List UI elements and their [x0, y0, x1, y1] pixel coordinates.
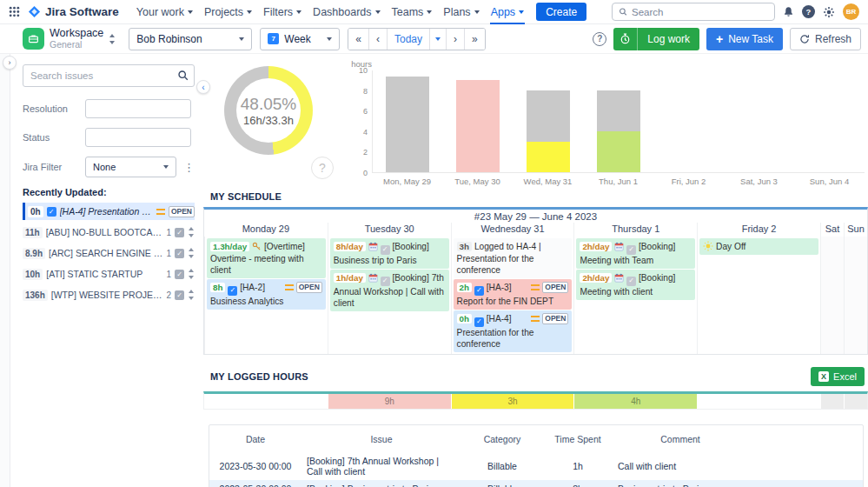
timer-icon[interactable] — [613, 28, 638, 50]
day-column-tuesday: 8h/day ✓ [Booking] Business trip to Pari… — [328, 237, 451, 354]
day-column-saturday — [820, 237, 844, 354]
log-work-button[interactable]: Log work — [613, 28, 699, 50]
create-button[interactable]: Create — [536, 3, 586, 21]
prev-week-button[interactable]: ‹ — [368, 29, 387, 50]
left-rail: › — [0, 54, 10, 487]
nav-item-apps[interactable]: Apps — [488, 0, 527, 24]
status-input[interactable] — [85, 128, 191, 147]
nav-item-plans[interactable]: Plans — [441, 0, 481, 24]
app-switcher-icon[interactable] — [9, 6, 20, 17]
brand-name: Jira Software — [45, 5, 119, 18]
checkbox-icon: ✓ — [381, 245, 390, 255]
sort-arrows-icon[interactable] — [188, 248, 195, 258]
collapse-sidebar-button[interactable]: ‹ — [196, 80, 210, 94]
bar-segment-billable-red — [456, 80, 500, 172]
y-tick: 8 — [363, 87, 368, 96]
schedule-card-logged[interactable]: 3h Logged to HA-4 | Presentation for the… — [454, 238, 573, 278]
nav-item-teams[interactable]: Teams — [389, 0, 435, 24]
bar-column — [724, 70, 794, 172]
table-row[interactable]: 2023-05-30 00:00 [Booking] 7th Annual Wo… — [209, 452, 863, 480]
booking-calendar-icon — [614, 273, 624, 283]
y-tick: 2 — [363, 148, 368, 157]
bar-column — [373, 70, 443, 172]
today-button[interactable]: Today — [387, 29, 429, 50]
notifications-bell-icon[interactable] — [783, 6, 794, 17]
nav-item-filters[interactable]: Filters — [261, 0, 304, 24]
first-week-button[interactable]: « — [348, 29, 368, 50]
bar-segment-logged-yellow — [527, 142, 570, 172]
schedule-card-workshop[interactable]: 1h/day ✓ [Booking] 7th Annual Workshop |… — [330, 270, 449, 311]
nav-item-projects[interactable]: Projects — [202, 0, 255, 24]
schedule-card-meeting-team[interactable]: 2h/day ✓ [Booking] Meeting with Team — [576, 238, 695, 269]
jira-filter-select[interactable]: None — [85, 157, 176, 177]
jira-filter-label: Jira Filter — [23, 162, 85, 172]
x-tick-label: Mon, May 29 — [372, 173, 442, 186]
nav-item-dashboards[interactable]: Dashboards — [310, 0, 382, 24]
list-item-ati[interactable]: 10h [ATI] STATIC STARTUP 1 ✓ — [23, 265, 195, 283]
search-icon — [177, 70, 189, 81]
settings-gear-icon[interactable] — [823, 6, 835, 18]
jira-logo[interactable]: Jira Software — [28, 5, 119, 18]
strip-segment-wed: 3h — [451, 394, 574, 409]
search-issues-input[interactable] — [23, 64, 195, 87]
schedule-card-ha2[interactable]: OPEN 8h ✓ [HA-2] Business Analytics — [207, 279, 326, 310]
user-avatar[interactable]: BR — [843, 3, 859, 20]
chevron-down-icon — [247, 10, 252, 14]
col-header-comment: Comment — [613, 430, 748, 448]
tasks-icon: ✓ — [175, 228, 184, 237]
booking-calendar-icon — [368, 273, 378, 283]
x-tick-label: Sun, Jun 4 — [794, 173, 865, 186]
help-circle-icon[interactable]: ? — [593, 32, 606, 46]
list-item-arc[interactable]: 8.9h [ARC] SEARCH ENGINE BANDI... 1 ✓ — [23, 244, 195, 262]
schedule-heading: MY SCHEDULE — [210, 191, 868, 202]
resolution-input[interactable] — [85, 99, 191, 118]
global-search-input[interactable] — [632, 7, 768, 17]
schedule-card-day-off[interactable]: Day Off — [699, 238, 818, 255]
next-week-button[interactable]: › — [446, 29, 464, 50]
export-excel-button[interactable]: X Excel — [811, 367, 865, 386]
status-label: Status — [23, 132, 85, 143]
workspace-subtitle: General — [50, 39, 103, 50]
schedule-card-ha3[interactable]: OPEN 2h ✓ [HA-3] Report for the FIN DEPT — [454, 279, 573, 310]
help-icon[interactable]: ? — [802, 5, 815, 18]
schedule-card-meeting-client[interactable]: 2h/day ✓ [Booking] Meeting with client — [576, 270, 695, 300]
refresh-icon — [799, 34, 810, 44]
jira-diamond-icon — [28, 5, 41, 18]
sort-arrows-icon[interactable] — [188, 269, 195, 279]
chevron-down-icon — [519, 10, 524, 14]
col-header-time: Time Spent — [543, 430, 613, 448]
table-row[interactable]: 2023-05-30 00:00 [Booking] Business trip… — [209, 480, 863, 487]
period-select[interactable]: 7 Week — [260, 28, 340, 50]
checkbox-icon: ✓ — [626, 245, 636, 255]
bar-segment-scheduled-gray — [386, 77, 429, 172]
chevron-down-icon — [427, 10, 432, 14]
sort-arrows-icon[interactable] — [188, 290, 195, 300]
user-select[interactable]: Bob Robinson — [129, 28, 252, 50]
workspace-selector[interactable]: Workspace General — [23, 28, 116, 50]
schedule-card-paris-trip[interactable]: 8h/day ✓ [Booking] Business trip to Pari… — [330, 238, 449, 269]
schedule-card-ha4[interactable]: OPEN 0h ✓ [HA-4] Presentation for the co… — [454, 310, 573, 352]
logged-hours-heading: MY LOGGED HOURS — [210, 371, 308, 382]
today-dropdown[interactable] — [429, 29, 446, 50]
refresh-button[interactable]: Refresh — [790, 28, 861, 50]
global-search[interactable] — [612, 3, 775, 21]
donut-help-icon[interactable]: ? — [311, 157, 334, 179]
day-header-wed: Wednesday 31 — [451, 223, 574, 237]
new-task-button[interactable]: + New Task — [706, 28, 783, 50]
day-header-mon: Monday 29 — [204, 223, 328, 237]
bar-column — [794, 70, 865, 172]
filter-more-options-icon[interactable]: ⋮ — [183, 161, 195, 174]
list-item-ha4[interactable]: 0h ✓ [HA-4] Presentation for the c... OP… — [23, 203, 195, 220]
last-week-button[interactable]: » — [464, 29, 485, 50]
strip-segment-fri — [697, 394, 820, 409]
status-badge: OPEN — [542, 313, 568, 324]
sort-arrows-icon[interactable] — [188, 227, 195, 237]
expand-panel-button[interactable]: › — [3, 56, 17, 70]
schedule-card-overtime[interactable]: 1.3h/day [Overtime] Overtime - meeting w… — [207, 238, 326, 278]
bar-yaxis: hours 0246810 — [342, 70, 372, 173]
nav-item-your-work[interactable]: Your work — [134, 0, 195, 24]
y-tick: 0 — [363, 169, 368, 177]
checkbox-checked-icon: ✓ — [474, 317, 484, 327]
list-item-wtp[interactable]: 136h [WTP] WEBSITE PROJECT 2 ✓ — [23, 286, 195, 304]
list-item-abu[interactable]: 11h [ABU] NO-BULL BOOTCAMP 1 ✓ — [23, 223, 195, 241]
